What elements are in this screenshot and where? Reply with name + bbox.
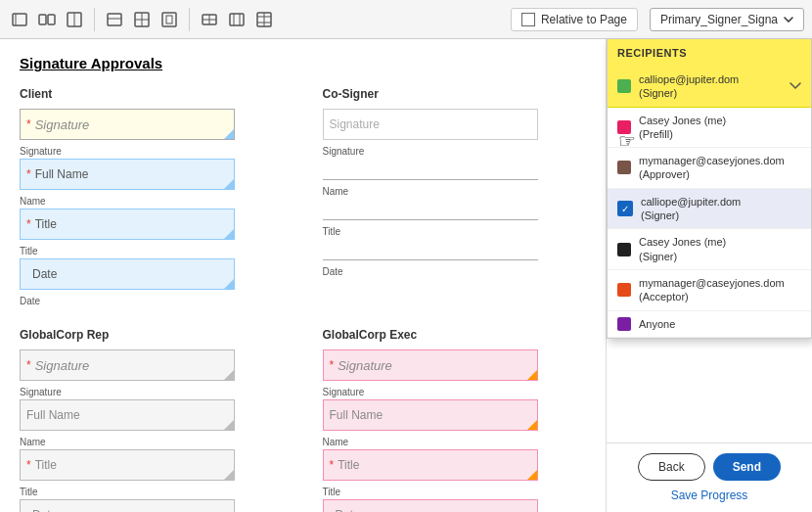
send-button[interactable]: Send xyxy=(713,453,781,481)
checkmark-calliope xyxy=(617,201,633,216)
client-signature-field[interactable]: * Signature xyxy=(20,109,235,140)
field-cosigner-signature: Signature xyxy=(323,109,587,140)
rep-label-title: Title xyxy=(20,487,284,497)
exec-corner-2 xyxy=(527,420,537,430)
corner-indicator-3 xyxy=(224,229,234,239)
chevron-down-icon xyxy=(784,17,793,23)
form-area[interactable]: Signature Approvals Client * Signature S… xyxy=(0,39,607,512)
name-casey-prefill: Casey Jones (me) (Prefill) xyxy=(639,114,726,142)
required-marker: * xyxy=(26,117,31,131)
exec-name-placeholder: Full Name xyxy=(330,408,383,422)
rep-corner-3 xyxy=(224,470,234,480)
name-casey-signer: Casey Jones (me) (Signer) xyxy=(639,235,726,263)
toolbar-icon-3[interactable] xyxy=(63,8,86,31)
exec-label-name: Name xyxy=(323,437,587,447)
toolbar-icon-5[interactable] xyxy=(130,8,154,31)
req-rep-sig: * xyxy=(26,358,31,372)
cosigner-name-field[interactable] xyxy=(323,159,538,180)
svg-rect-6 xyxy=(108,14,121,25)
exec-name-field[interactable]: Full Name xyxy=(323,399,538,431)
rep-corner-2 xyxy=(224,420,234,430)
toolbar-icon-1[interactable] xyxy=(8,8,31,31)
section-client: Client * Signature Signature * Full Name xyxy=(20,87,284,308)
client-title-field[interactable]: * Title xyxy=(20,209,235,240)
corner-indicator-4 xyxy=(224,279,234,289)
sig-placeholder: Signature xyxy=(35,117,90,132)
bottom-area: Back Send Save Progress xyxy=(607,442,812,512)
rep-signature-field[interactable]: * Signature xyxy=(20,349,235,381)
cosigner-signature-field[interactable]: Signature xyxy=(323,109,538,140)
svg-rect-11 xyxy=(162,13,176,26)
recipient-casey-signer[interactable]: Casey Jones (me) (Signer) xyxy=(608,229,811,270)
relative-to-page-button[interactable]: Relative to Page xyxy=(511,8,638,31)
toolbar-icon-7[interactable] xyxy=(198,8,221,31)
recipient-selected-item[interactable]: calliope@jupiter.dom (Signer) xyxy=(608,67,811,108)
svg-rect-3 xyxy=(48,15,55,24)
toolbar-separator-1 xyxy=(94,8,95,31)
exec-title-field[interactable]: * Title xyxy=(323,449,538,481)
exec-corner xyxy=(527,370,537,380)
cosigner-title-field[interactable] xyxy=(323,199,538,220)
client-name-field[interactable]: * Full Name xyxy=(20,159,235,190)
svg-rect-0 xyxy=(13,14,26,25)
name-manager-acceptor: mymanager@caseyjones.dom (Acceptor) xyxy=(639,276,785,304)
label-title: Title xyxy=(20,246,284,256)
dot-casey-signer xyxy=(617,243,631,256)
field-rep-name: Full Name xyxy=(20,399,284,431)
field-exec-name: Full Name xyxy=(323,399,587,431)
form-grid: Client * Signature Signature * Full Name xyxy=(20,87,586,512)
section-cosigner-label: Co-Signer xyxy=(323,87,587,101)
toolbar-icon-9[interactable] xyxy=(252,8,276,31)
title-placeholder: Title xyxy=(35,217,57,231)
svg-rect-16 xyxy=(230,14,244,25)
field-rep-sig: * Signature xyxy=(20,349,284,381)
button-row: Back Send xyxy=(616,453,802,481)
toolbar-icon-8[interactable] xyxy=(225,8,248,31)
req-exec-sig: * xyxy=(330,358,335,372)
field-client-title: * Title xyxy=(20,209,284,240)
field-cosigner-date xyxy=(323,239,587,260)
recipient-anyone[interactable]: Anyone xyxy=(608,311,811,338)
rep-date-field[interactable]: Date xyxy=(20,499,235,512)
field-exec-sig: * Signature xyxy=(323,349,587,381)
recipient-manager-approver[interactable]: mymanager@caseyjones.dom (Approver) xyxy=(608,148,811,189)
recipients-title: RECIPIENTS xyxy=(617,47,687,59)
exec-date-field[interactable]: Date xyxy=(323,499,538,512)
req-exec-title: * xyxy=(330,458,335,472)
label-date: Date xyxy=(20,296,284,306)
signer-label: Primary_Signer_Signa xyxy=(660,13,778,26)
exec-label-title: Title xyxy=(323,487,587,497)
section-client-label: Client xyxy=(20,87,284,101)
field-client-signature: * Signature xyxy=(20,109,284,140)
rep-label-name: Name xyxy=(20,437,284,447)
recipient-manager-acceptor[interactable]: mymanager@caseyjones.dom (Acceptor) xyxy=(608,270,811,311)
exec-signature-field[interactable]: * Signature xyxy=(323,349,538,381)
toolbar-icon-4[interactable] xyxy=(103,8,126,31)
client-date-field[interactable]: Date xyxy=(20,258,235,290)
name-anyone: Anyone xyxy=(639,317,675,331)
field-cosigner-title xyxy=(323,199,587,220)
section-globalcorp-rep: GlobalCorp Rep * Signature Signature Ful… xyxy=(20,328,284,512)
cosigner-date-field[interactable] xyxy=(323,239,538,260)
recipients-header: RECIPIENTS xyxy=(608,39,811,67)
svg-rect-2 xyxy=(39,15,46,24)
toolbar-icon-6[interactable] xyxy=(158,8,181,31)
recipient-casey-prefill[interactable]: Casey Jones (me) (Prefill) xyxy=(608,108,811,149)
name-manager-approver: mymanager@caseyjones.dom (Approver) xyxy=(639,154,785,182)
dot-anyone xyxy=(617,317,631,331)
corner-indicator xyxy=(224,129,234,139)
save-progress-link[interactable]: Save Progress xyxy=(616,489,802,502)
recipient-calliope-signer[interactable]: calliope@jupiter.dom (Signer) xyxy=(608,189,811,230)
rep-corner xyxy=(224,370,234,380)
rep-date-placeholder: Date xyxy=(32,508,57,512)
toolbar-separator-2 xyxy=(189,8,190,31)
toolbar-icon-2[interactable] xyxy=(35,8,59,31)
recipients-dropdown: RECIPIENTS calliope@jupiter.dom (Signer)… xyxy=(607,39,812,339)
back-button[interactable]: Back xyxy=(638,453,705,481)
relative-page-icon xyxy=(521,13,535,26)
relative-label: Relative to Page xyxy=(541,13,627,26)
signer-dropdown[interactable]: Primary_Signer_Signa xyxy=(650,8,804,31)
panel-spacer xyxy=(607,339,812,442)
rep-title-field[interactable]: * Title xyxy=(20,449,235,481)
rep-name-field[interactable]: Full Name xyxy=(20,399,235,431)
